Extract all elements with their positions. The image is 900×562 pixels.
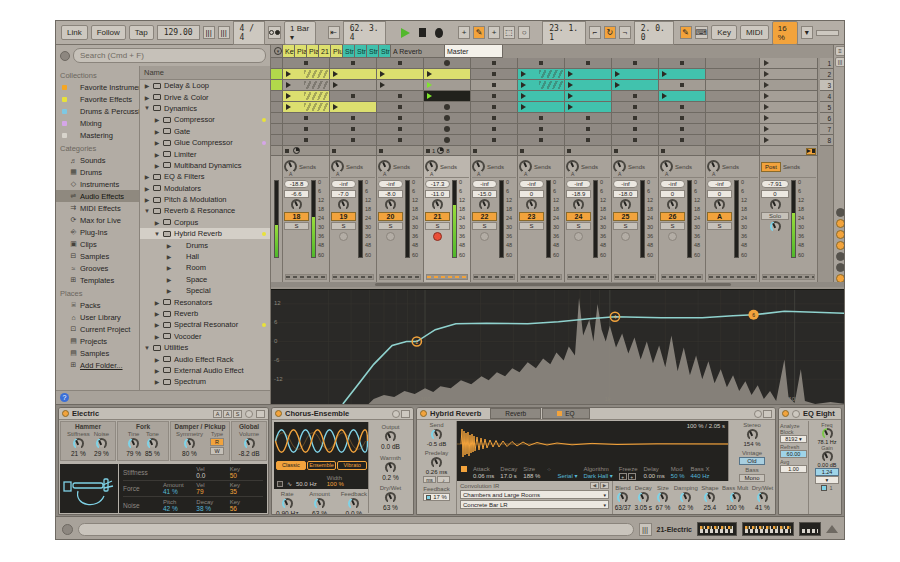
track-delay-field[interactable] [520, 274, 562, 280]
track-header[interactable]: Strings Main ▾ [355, 45, 367, 58]
expand-arrow-icon[interactable]: ▶ [154, 356, 160, 363]
chorus-side-knob[interactable]: Warmth 0.2 % [380, 455, 401, 481]
expand-arrow-icon[interactable]: ▶ [144, 196, 150, 203]
expand-arrow-icon[interactable]: ▶ [144, 94, 150, 101]
tempo-display[interactable]: 129.00 [157, 25, 200, 40]
link-button[interactable]: Link [61, 25, 88, 40]
clip-slot[interactable] [659, 69, 706, 80]
hybrid-knob[interactable]: Decay 3.05 s [634, 485, 652, 511]
expand-arrow-icon[interactable]: ▼ [144, 345, 150, 351]
stop-all-clips-button[interactable] [806, 148, 816, 155]
clip-slot[interactable] [612, 80, 659, 91]
pan-knob[interactable] [573, 199, 584, 210]
arm-button[interactable] [574, 232, 583, 241]
hpf-freq-field[interactable]: 50.0 Hz [296, 481, 317, 487]
clip-slot[interactable] [424, 58, 471, 69]
clip-stop-button[interactable] [518, 146, 565, 156]
volume-field[interactable]: -11.0 [425, 190, 450, 198]
clip-slot[interactable] [518, 135, 565, 146]
clip-slot[interactable] [706, 135, 760, 146]
stereo-knob[interactable] [747, 429, 758, 440]
hot-swap-icon[interactable] [392, 410, 400, 418]
band-on-checkbox[interactable] [821, 485, 827, 491]
clip-stop-button[interactable] [471, 146, 518, 156]
clip-slot[interactable] [330, 113, 377, 124]
clip-slot[interactable] [612, 102, 659, 113]
fader-icon[interactable]: ||| [639, 523, 652, 536]
pan-knob[interactable] [338, 199, 349, 210]
clip-slot[interactable] [706, 124, 760, 135]
clip-slot[interactable] [706, 58, 760, 69]
electric-knob[interactable]: Noise 29 % [94, 431, 109, 457]
browser-tree-item[interactable]: ▶ Audio Effect Rack [140, 353, 270, 364]
draw-mode-button[interactable]: ✎ [680, 26, 692, 39]
solo-button[interactable]: S [331, 222, 356, 230]
pan-knob[interactable] [714, 199, 725, 210]
sync-mode-button[interactable]: ♪ [437, 476, 450, 483]
browser-tree-item[interactable]: ▶ Gate [140, 126, 270, 137]
freq-knob[interactable] [822, 428, 833, 439]
track-delay-field[interactable] [567, 274, 609, 280]
cpu-menu-caret[interactable]: ▾ [801, 26, 813, 39]
io-toggle[interactable] [836, 208, 845, 217]
clip-slot[interactable] [471, 58, 518, 69]
info-icon[interactable]: ? [60, 393, 69, 402]
device-header-button[interactable]: S [233, 410, 242, 418]
key-map-display[interactable] [742, 522, 794, 536]
clip-stop-button[interactable] [612, 146, 659, 156]
track-delay-field[interactable] [285, 274, 327, 280]
track-activator-button[interactable]: 25 [613, 212, 638, 221]
record-button[interactable] [435, 28, 443, 38]
expand-arrow-icon[interactable]: ▼ [144, 208, 150, 214]
browser-sidebar-item[interactable]: Favorite Instruments [56, 81, 139, 93]
freeze-buttons[interactable]: Freeze++ [619, 466, 638, 480]
expand-arrow-icon[interactable]: ▶ [154, 219, 160, 226]
browser-tree-item[interactable]: ▶ Corpus [140, 217, 270, 228]
expand-arrow-icon[interactable]: ▼ [144, 105, 150, 111]
track-header[interactable]: Keys ▾ [283, 45, 295, 58]
chorus-mode-button[interactable]: Vibrato [337, 461, 367, 470]
block-select[interactable]: 8192 ▾ [780, 435, 807, 443]
expand-arrow-icon[interactable]: ▶ [154, 299, 160, 306]
track-activator-button[interactable]: 21 [425, 212, 450, 221]
track-delay-field[interactable] [614, 274, 656, 280]
search-input[interactable]: Search (Cmd + F) [73, 48, 266, 63]
browser-collapse-icon[interactable] [60, 51, 70, 61]
track-header[interactable]: ▾ [271, 45, 283, 58]
horizontal-scrollbar[interactable] [271, 282, 845, 287]
track-header[interactable]: Strings ▾ [343, 45, 355, 58]
clip-slot[interactable] [283, 69, 330, 80]
pan-knob[interactable] [667, 199, 678, 210]
browser-sidebar-item[interactable]: ⇉ MIDI Effects [56, 202, 139, 214]
clip-slot[interactable] [659, 80, 706, 91]
matrix-cell[interactable]: Vel 79 [196, 482, 229, 495]
track-activator-button[interactable]: 19 [331, 212, 356, 221]
device-on-toggle[interactable] [782, 410, 789, 417]
clip-slot[interactable] [377, 124, 424, 135]
track-delay-field[interactable] [473, 274, 515, 280]
scene-number[interactable]: 5 [820, 102, 833, 113]
key-map-button[interactable]: Key [711, 25, 737, 40]
expand-arrow-icon[interactable]: ▶ [154, 139, 160, 146]
clip-slot[interactable] [471, 80, 518, 91]
quantize-menu[interactable]: 1 Bar ▾ [284, 21, 315, 45]
clip-slot[interactable] [518, 102, 565, 113]
clip-slot[interactable] [471, 124, 518, 135]
clip-slot[interactable] [518, 91, 565, 102]
clip-slot[interactable] [471, 135, 518, 146]
ms-mode-button[interactable]: ms [423, 476, 436, 483]
hpf-checkbox[interactable] [277, 481, 283, 487]
expand-arrow-icon[interactable]: ▶ [166, 253, 172, 260]
browser-tree-item[interactable]: ▶ Multiband Dynamics [140, 160, 270, 171]
automation-arm-button[interactable]: ✎ [473, 26, 485, 39]
show-hide-arrow-icon[interactable] [826, 525, 838, 533]
post-button[interactable]: Post [761, 162, 781, 172]
browser-tree-item[interactable]: ▶ Space [140, 274, 270, 285]
expand-arrow-icon[interactable]: ▶ [144, 82, 150, 89]
punch-out-button[interactable]: ¬ [619, 26, 631, 39]
matrix-cell[interactable]: Decay 38 % [196, 499, 229, 512]
clip-slot[interactable] [659, 102, 706, 113]
volume-field[interactable]: -8.0 [378, 190, 403, 198]
hot-swap-icon[interactable] [245, 410, 253, 418]
size-param[interactable]: Size188 % [523, 466, 540, 480]
